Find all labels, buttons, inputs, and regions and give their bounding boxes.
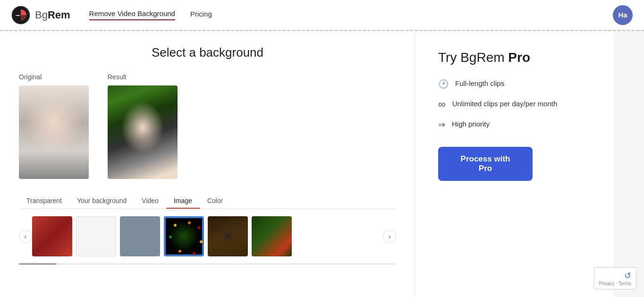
thumb-6[interactable] xyxy=(252,216,292,256)
svg-point-7 xyxy=(193,252,195,255)
priority-icon: ⇒ xyxy=(438,119,445,130)
feature-1: 🕐 Full-length clips xyxy=(438,78,591,89)
header: BgRem Remove Video Background Pricing Ha xyxy=(0,0,644,30)
process-pro-button[interactable]: Process with Pro xyxy=(438,147,533,181)
section-title: Select a background xyxy=(19,45,396,60)
logo-icon xyxy=(11,6,30,25)
feature-1-text: Full-length clips xyxy=(455,78,504,88)
logo[interactable]: BgRem xyxy=(11,6,70,25)
thumb-4[interactable] xyxy=(164,216,204,256)
feature-2-text: Unlimited clips per day/per month xyxy=(452,99,558,109)
infinity-icon: ∞ xyxy=(438,99,446,110)
svg-point-1 xyxy=(174,224,177,227)
main-container: Select a background Original Result Tran… xyxy=(0,31,644,297)
tab-transparent[interactable]: Transparent xyxy=(19,193,69,208)
thumbnails-inner: ✳ xyxy=(32,216,383,256)
svg-point-6 xyxy=(178,250,181,253)
svg-point-2 xyxy=(188,221,191,224)
svg-point-3 xyxy=(197,226,200,229)
tab-your-background[interactable]: Your background xyxy=(69,193,134,208)
scroll-bar-thumb xyxy=(19,263,57,265)
result-col: Result xyxy=(108,73,178,179)
thumb-3[interactable] xyxy=(120,216,160,256)
original-image xyxy=(19,85,89,179)
header-right: Ha xyxy=(613,5,633,25)
logo-text: BgRem xyxy=(35,9,70,21)
nav-pricing[interactable]: Pricing xyxy=(190,10,212,20)
tab-color[interactable]: Color xyxy=(200,193,230,208)
original-col: Original xyxy=(19,73,89,179)
thumb-2[interactable] xyxy=(76,216,116,256)
pro-title: Try BgRem Pro xyxy=(438,50,591,65)
prev-button[interactable]: ‹ xyxy=(19,230,32,243)
tab-image[interactable]: Image xyxy=(166,193,200,208)
avatar[interactable]: Ha xyxy=(613,5,633,25)
scroll-bar-wrap xyxy=(19,263,396,265)
pro-title-regular: Try BgRem xyxy=(438,50,508,65)
nav-remove-video[interactable]: Remove Video Background xyxy=(89,9,175,20)
svg-point-5 xyxy=(200,240,203,243)
thumb-5[interactable]: ✳ xyxy=(208,216,248,256)
result-label: Result xyxy=(108,73,127,81)
feature-2: ∞ Unlimited clips per day/per month xyxy=(438,99,591,110)
pro-features: 🕐 Full-length clips ∞ Unlimited clips pe… xyxy=(438,78,591,130)
pro-title-bold: Pro xyxy=(508,50,530,65)
next-button[interactable]: › xyxy=(383,230,396,243)
svg-point-4 xyxy=(169,236,172,238)
thumbnail-strip: ‹ xyxy=(19,216,396,256)
original-label: Original xyxy=(19,73,42,81)
right-panel: Try BgRem Pro 🕐 Full-length clips ∞ Unli… xyxy=(415,31,614,297)
captcha-badge: ↺ Privacy · Terms xyxy=(594,267,636,289)
result-image xyxy=(108,85,178,179)
tab-video[interactable]: Video xyxy=(134,193,166,208)
thumb-1[interactable] xyxy=(32,216,72,256)
feature-3-text: High priority xyxy=(452,119,490,129)
bg-tabs: Transparent Your background Video Image … xyxy=(19,193,396,209)
clock-icon: 🕐 xyxy=(438,79,449,89)
feature-3: ⇒ High priority xyxy=(438,119,591,130)
nav: Remove Video Background Pricing xyxy=(89,9,212,20)
images-row: Original Result xyxy=(19,73,396,179)
left-panel: Select a background Original Result Tran… xyxy=(0,31,415,297)
captcha-text: Privacy · Terms xyxy=(599,281,631,286)
